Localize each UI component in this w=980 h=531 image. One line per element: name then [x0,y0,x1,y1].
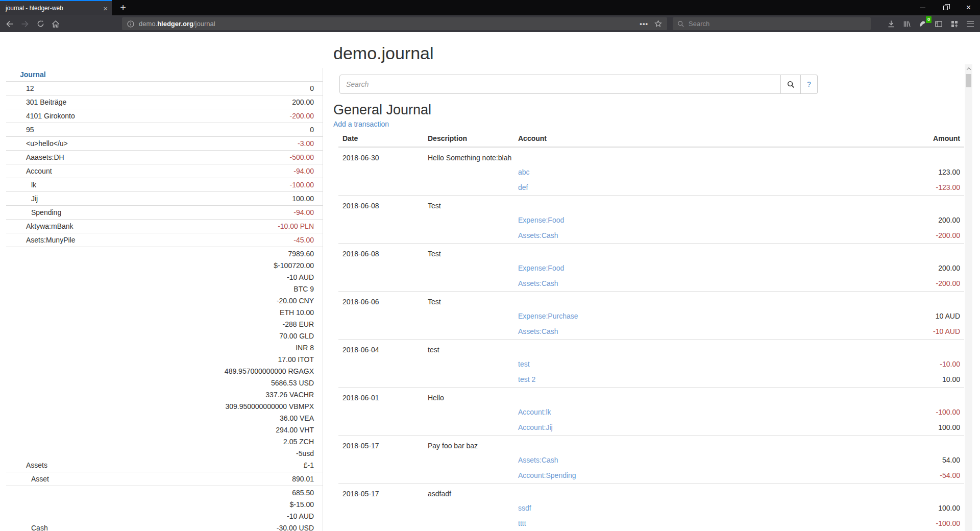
sidebar-account-link[interactable]: 4101 Girokonto [6,109,137,123]
sidebar-account-link[interactable]: Asset [6,472,137,486]
posting-account-link[interactable]: Expense:Food [518,264,564,272]
posting-spacer [424,516,514,531]
menu-button[interactable] [962,17,978,31]
browser-search-input[interactable]: Search [673,17,871,30]
posting-row: Expense:Purchase10 AUD [338,308,964,324]
window-minimize-button[interactable] [911,0,934,15]
transaction-row[interactable]: 2018-05-17asdfadf [338,484,964,501]
sidebar-account-link[interactable]: Assets [6,247,137,472]
extension-button[interactable]: 0 [915,17,930,31]
posting-account-cell: abc [514,164,811,180]
transaction-row[interactable]: 2018-06-08Test [338,196,964,213]
transaction-row[interactable]: 2018-06-06Test [338,292,964,309]
transaction-description: Pay foo bar baz [424,436,964,453]
posting-account-link[interactable]: def [518,183,528,191]
sidebar-account-link[interactable]: Cash [6,486,137,531]
sidebar-account-link[interactable]: 95 [6,123,137,137]
sidebar-account-link[interactable]: Asets:MunyPile [6,233,137,247]
scrollbar-up-arrow[interactable] [965,65,972,73]
posting-spacer [424,276,514,292]
posting-account-link[interactable]: test [518,360,530,368]
posting-spacer [424,212,514,228]
screenshot-grid-button[interactable] [946,17,962,31]
posting-account-link[interactable]: Assets:Cash [518,279,558,287]
sidebar-toggle-button[interactable] [930,17,946,31]
posting-row: Expense:Food200.00 [338,212,964,228]
reload-button[interactable] [33,17,48,31]
search-input[interactable] [339,75,781,94]
posting-spacer [338,372,424,388]
transaction-description: asdfadf [424,484,964,501]
sidebar-account-row: <u>hello</u>-3.00 [6,137,323,151]
sidebar-account-link[interactable]: <u>hello</u> [6,137,137,151]
sidebar-account-link[interactable]: 301 Beiträge [6,95,137,109]
transaction-row[interactable]: 2018-06-04test [338,340,964,357]
browser-tab[interactable]: journal - hledger-web × [0,0,112,15]
posting-spacer [338,324,424,340]
posting-account-link[interactable]: tttt [518,519,526,527]
posting-account-link[interactable]: Account:lk [518,408,551,416]
forward-button[interactable] [17,17,33,31]
transaction-row[interactable]: 2018-06-01Hello [338,388,964,405]
new-tab-button[interactable]: + [115,1,131,15]
transaction-description: test [424,340,964,357]
balance-amount: 309.950000000000 VBMPX [137,401,314,413]
posting-account-link[interactable]: Expense:Purchase [518,312,578,320]
transaction-row[interactable]: 2018-06-08Test [338,244,964,261]
sidebar-journal-link[interactable]: Journal [6,68,323,82]
url-text: demo.hledger.org/journal [139,20,640,28]
back-button[interactable] [2,17,17,31]
browser-search-icon [677,20,684,28]
sidebar-account-link[interactable]: Aktywa:mBank [6,220,137,233]
posting-row: test-10.00 [338,356,964,372]
posting-account-link[interactable]: test 2 [518,375,535,383]
transaction-row[interactable]: 2018-06-30Hello Something note:blah [338,147,964,164]
balance-amount: -200.00 [137,110,314,122]
sidebar-account-row: Asset890.01 [6,472,323,486]
page-scrollbar[interactable] [965,64,972,531]
posting-account-cell: Assets:Cash [514,276,811,292]
posting-account-link[interactable]: Account:Jij [518,423,553,431]
search-button[interactable] [781,75,801,94]
add-transaction-link[interactable]: Add a transaction [333,120,389,128]
transaction-row[interactable]: 2018-05-17Pay foo bar baz [338,436,964,453]
transaction-date: 2018-06-08 [338,196,424,213]
window-restore-button[interactable] [934,0,957,15]
url-bar[interactable]: demo.hledger.org/journal ••• [122,17,667,30]
balance-amount: -94.00 [137,207,314,219]
posting-account-link[interactable]: Assets:Cash [518,231,558,239]
tab-close-icon[interactable]: × [103,5,108,12]
posting-account-link[interactable]: Assets:Cash [518,327,558,335]
sidebar-account-link[interactable]: Jij [6,192,137,206]
home-button[interactable] [48,17,63,31]
bookmark-star-icon[interactable] [654,20,662,28]
posting-account-link[interactable]: Expense:Food [518,216,564,224]
window-close-button[interactable]: × [957,0,980,15]
transaction-date: 2018-06-08 [338,244,424,261]
transaction-date: 2018-06-06 [338,292,424,309]
posting-account-cell: Assets:Cash [514,452,811,468]
sidebar-account-link[interactable]: 12 [6,82,137,95]
search-help-button[interactable]: ? [801,75,818,94]
posting-account-link[interactable]: abc [518,168,530,176]
sidebar-account-link[interactable]: lk [6,178,137,192]
posting-spacer [424,420,514,436]
posting-account-link[interactable]: ssdf [518,504,531,512]
sidebar-account-link[interactable]: Aaasets:DH [6,151,137,164]
window-restore-icon [943,6,948,10]
page-actions-icon[interactable]: ••• [640,20,648,28]
transaction-description: Test [424,292,964,309]
balance-amount: -100.00 [137,179,314,191]
posting-account-link[interactable]: Assets:Cash [518,456,558,464]
transaction-date: 2018-05-17 [338,436,424,453]
library-icon [903,20,911,28]
site-info-icon[interactable] [127,20,134,28]
downloads-button[interactable] [883,17,899,31]
journal-search-form: ? [339,75,818,94]
scrollbar-thumb[interactable] [966,74,971,87]
library-button[interactable] [899,17,915,31]
sidebar-account-link[interactable]: Account [6,164,137,178]
posting-account-link[interactable]: Account:Spending [518,471,576,479]
navigation-toolbar: demo.hledger.org/journal ••• Search 0 [0,15,980,32]
sidebar-account-link[interactable]: Spending [6,206,137,220]
